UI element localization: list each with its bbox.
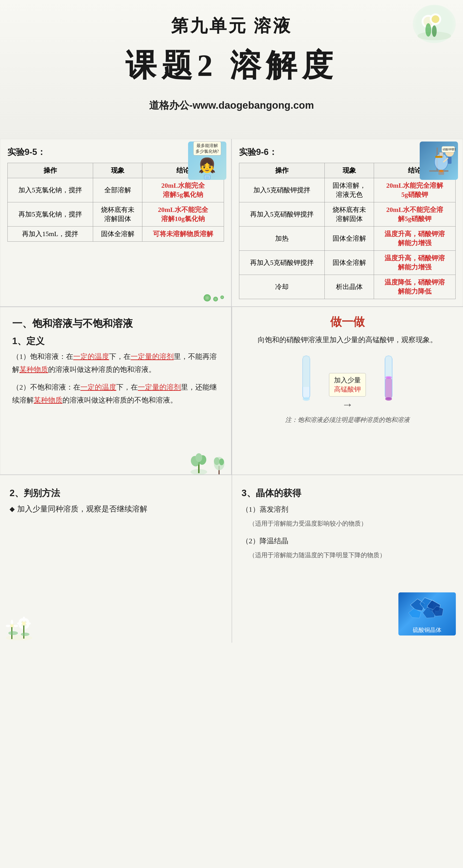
svg-point-6	[432, 25, 437, 37]
exp96-ph4: 固体全溶解	[325, 251, 374, 275]
table-row: 再加入5克硝酸钾搅拌 烧杯底有未溶解固体 20mL水不能完全溶解5g硝酸钾	[239, 202, 456, 226]
def1-block: （1）饱和溶液：在一定的温度下，在一定量的溶剂里，不能再溶解某种物质的溶液叫做这…	[12, 350, 219, 376]
section2-bullet-text: 加入少量同种溶质，观察是否继续溶解	[17, 502, 147, 516]
bottom-decoration	[204, 294, 224, 302]
section1-panel: 一、饱和溶液与不饱和溶液 1、定义 （1）饱和溶液：在一定的温度下，在一定量的溶…	[0, 307, 232, 474]
middle-section: 一、饱和溶液与不饱和溶液 1、定义 （1）饱和溶液：在一定的温度下，在一定量的溶…	[0, 307, 463, 474]
arrow-label: 加入少量高锰酸钾	[329, 373, 366, 397]
svg-point-57	[8, 631, 18, 635]
exp96-header-ph: 现象	[325, 163, 374, 178]
svg-point-58	[21, 632, 29, 636]
unit-title: 第九单元 溶液	[0, 14, 463, 37]
svg-rect-56	[23, 625, 24, 639]
def1-substance: 某种物质	[20, 365, 48, 373]
crystal-label: 硫酸铜晶体	[413, 626, 441, 634]
svg-point-29	[219, 459, 224, 465]
svg-point-43	[6, 625, 10, 627]
svg-point-15	[439, 170, 443, 172]
experiment-95-panel: 实验9-5： 最多能溶解多少氯化钠? 👧 操作 现象 结论 加入5克氯化钠，	[0, 139, 232, 307]
section3-item2-title: （2）降温结晶	[242, 534, 454, 548]
section2-title: 2、判别方法	[9, 487, 222, 499]
arrow-icon: →	[342, 398, 353, 411]
exp96-op2: 再加入5克硝酸钾搅拌	[239, 202, 325, 226]
exp95-ph3: 固体全溶解	[93, 226, 142, 242]
exp96-ph3: 固体全溶解	[325, 226, 374, 251]
def1-temp: 一定的温度	[73, 352, 109, 360]
doit-text: 向饱和的硝酸钾溶液里加入少量的高锰酸钾，观察现象。	[242, 333, 454, 346]
exp96-con2: 20mL水不能完全溶解5g硝酸钾	[374, 202, 456, 226]
section3-title: 3、晶体的获得	[242, 487, 454, 499]
svg-rect-35	[385, 356, 392, 377]
exp95-con1: 20mL水能完全溶解5g氯化钠	[142, 178, 224, 202]
flower-decoration	[413, 5, 456, 43]
doit-note: 注：饱和溶液必须注明是哪种溶质的饱和溶液	[242, 416, 454, 424]
tubes-diagram: 加入少量高锰酸钾 →	[242, 353, 454, 411]
exp96-op5: 冷却	[239, 275, 325, 299]
svg-point-32	[303, 397, 310, 401]
table-row: 冷却 析出晶体 温度降低，硝酸钾溶解能力降低	[239, 275, 456, 299]
def2-label: （2）不饱和溶液：	[12, 383, 73, 391]
svg-point-40	[10, 624, 13, 627]
def1-solvent: 一定量的溶剂	[131, 352, 174, 360]
section2-bullet: ◆ 加入少量同种溶质，观察是否继续溶解	[9, 502, 222, 516]
crystal-image: 硫酸铜晶体	[398, 592, 456, 636]
section3-item1-title: （1）蒸发溶剂	[242, 502, 454, 517]
section3-item2-desc: （适用于溶解能力随温度的下降明显下降的物质）	[249, 550, 454, 561]
exp95-bubble: 最多能溶解多少氯化钠?	[193, 142, 221, 155]
svg-rect-31	[303, 356, 310, 387]
lesson-title: 课题2 溶解度	[0, 44, 463, 87]
exp95-op2: 再加5克氯化钠，搅拌	[8, 202, 93, 226]
def1-label: （1）饱和溶液：	[12, 352, 66, 360]
exp95-op3: 再加入15mL，搅拌	[8, 226, 93, 242]
plant-decoration-left	[189, 451, 226, 474]
table-row: 加入5克硝酸钾搅拌 固体溶解，溶液无色 20mL水能完全溶解5g硝酸钾	[239, 178, 456, 202]
def2-substance: 某种物质	[34, 396, 62, 404]
flowers-decoration	[5, 609, 33, 640]
section1-subsection: 1、定义	[12, 335, 219, 347]
bullet-diamond-icon: ◆	[9, 503, 15, 515]
svg-point-5	[425, 23, 431, 37]
exp96-con5: 温度降低，硝酸钾溶解能力降低	[374, 275, 456, 299]
exp95-cartoon: 最多能溶解多少氯化钠? 👧	[188, 142, 226, 180]
table-row: 加入5克氯化钠，搅拌 全部溶解 20mL水能完全溶解5g氯化钠	[8, 178, 224, 202]
exp96-op1: 加入5克硝酸钾搅拌	[239, 178, 325, 202]
section3-item1-desc: （适用于溶解能力受温度影响较小的物质）	[249, 518, 454, 529]
svg-point-41	[11, 620, 13, 624]
def2-solvent: 一定量的溶剂	[138, 383, 181, 391]
svg-point-38	[6, 635, 32, 640]
table-row: 加热 固体全溶解 温度升高，硝酸钾溶解能力增强	[239, 226, 456, 251]
exp96-con3: 温度升高，硝酸钾溶解能力增强	[374, 226, 456, 251]
tube-left	[298, 353, 315, 411]
arrow-section: 加入少量高锰酸钾 →	[329, 373, 366, 411]
section2-panel: 2、判别方法 ◆ 加入少量同种溶质，观察是否继续溶解	[0, 475, 232, 643]
exp96-op3: 加热	[239, 226, 325, 251]
exp95-ph1: 全部溶解	[93, 178, 142, 202]
svg-rect-8	[205, 176, 209, 179]
svg-point-28	[214, 457, 220, 465]
exp96-ph5: 析出晶体	[325, 275, 374, 299]
table-row: 再加入15mL，搅拌 固体全溶解 可将未溶解物质溶解	[8, 226, 224, 242]
doit-panel: 做一做 向饱和的硝酸钾溶液里加入少量的高锰酸钾，观察现象。 加入少量高锰酸钾 →	[232, 307, 463, 474]
svg-point-25	[196, 453, 202, 462]
section1-title: 一、饱和溶液与不饱和溶液	[12, 317, 219, 330]
doit-title: 做一做	[242, 314, 454, 330]
exp96-ph2: 烧杯底有未溶解固体	[325, 202, 374, 226]
exp95-ph2: 烧杯底有未溶解固体	[93, 202, 142, 226]
def2-temp: 一定的温度	[80, 383, 116, 391]
exp95-con3: 可将未溶解物质溶解	[142, 226, 224, 242]
exp95-header-op: 操作	[8, 163, 93, 178]
exp96-header-op: 操作	[239, 163, 325, 178]
svg-rect-13	[435, 156, 442, 158]
experiments-section: 实验9-5： 最多能溶解多少氯化钠? 👧 操作 现象 结论 加入5克氯化钠，	[0, 139, 463, 307]
exp96-ph1: 固体溶解，溶液无色	[325, 178, 374, 202]
svg-rect-17	[448, 157, 452, 164]
svg-point-47	[22, 622, 26, 625]
section3-panel: 3、晶体的获得 （1）蒸发溶剂 （适用于溶解能力受温度影响较小的物质） （2）降…	[232, 475, 463, 643]
exp96-cartoon: 硝酸钾哪里去了?	[420, 142, 458, 180]
svg-point-36	[385, 397, 392, 401]
def2-block: （2）不饱和溶液：在一定的温度下，在一定量的溶剂里，还能继续溶解某种物质的溶液叫…	[12, 381, 219, 407]
exp96-table: 操作 现象 结论 加入5克硝酸钾搅拌 固体溶解，溶液无色 20mL水能完全溶解5…	[239, 163, 456, 299]
table-row: 再加入5克硝酸钾搅拌 固体全溶解 温度升高，硝酸钾溶解能力增强	[239, 251, 456, 275]
svg-point-37	[385, 376, 392, 378]
exp96-op4: 再加入5克硝酸钾搅拌	[239, 251, 325, 275]
